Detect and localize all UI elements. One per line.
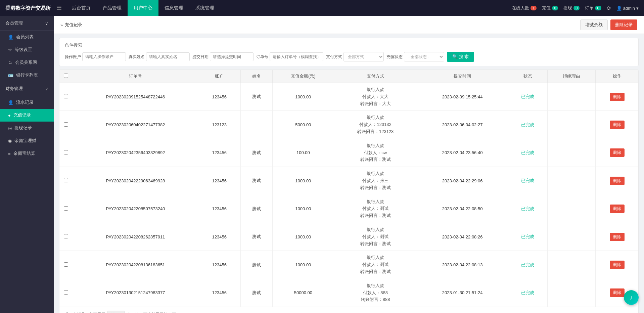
admin-user[interactable]: 👤 admin ▾: [616, 6, 639, 11]
delete-row-button[interactable]: 删除: [610, 233, 625, 241]
badge-withdraw[interactable]: 提现 0: [563, 5, 580, 11]
cell-orderno: PAY202302042208262857911: [73, 223, 198, 251]
cell-status: 已完成: [508, 279, 548, 307]
cell-time: 2023-02-09 15:25:44: [417, 83, 508, 111]
badge-recharge[interactable]: 充值 0: [542, 5, 558, 11]
col-name: 姓名: [241, 70, 273, 83]
recharge-label: 充值记录: [13, 112, 31, 118]
cell-action: 删除: [596, 223, 638, 251]
row-checkbox[interactable]: [64, 94, 68, 98]
breadcrumb: » 充值记录: [60, 22, 82, 28]
settle-icon: ≡: [8, 151, 11, 156]
cell-orderno: PAY202302042208507573240: [73, 195, 198, 223]
row-checkbox[interactable]: [64, 178, 68, 182]
cell-amount: 5000.00: [272, 111, 334, 139]
nav-item-users[interactable]: 用户中心: [128, 0, 158, 16]
col-account: 账户: [198, 70, 241, 83]
cell-amount: 1000.00: [272, 223, 334, 251]
flow-label: 流水记录: [16, 99, 34, 105]
table-row: PAY202302091525448722446 123456 测试 1000.…: [59, 83, 638, 111]
flow-icon: 👤: [8, 100, 13, 105]
main-content: » 充值记录 增减余额 删除记录 条件搜索 操作账户 真实姓名: [54, 16, 644, 313]
delete-record-button[interactable]: 删除记录: [610, 19, 637, 30]
page-size-select[interactable]: 10 20 50 100: [107, 311, 125, 313]
col-action: 操作: [596, 70, 638, 83]
sidebar-item-yuebao[interactable]: ◉ 余额宝理财: [0, 134, 54, 147]
nav-item-info[interactable]: 信息管理: [158, 0, 189, 16]
nav-item-products[interactable]: 产品管理: [97, 0, 128, 16]
col-status: 状态: [508, 70, 548, 83]
badge-order[interactable]: 订单 0: [585, 5, 601, 11]
sidebar-item-recharge-record[interactable]: ● 充值记录: [0, 109, 54, 122]
breadcrumb-arrow: »: [60, 23, 63, 28]
chat-icon: ♪: [630, 294, 633, 301]
cell-payment: 银行入款付款人：张三转账附言：测试: [334, 167, 417, 195]
delete-row-button[interactable]: 删除: [610, 288, 625, 297]
float-chat-button[interactable]: ♪: [624, 290, 639, 305]
delete-row-button[interactable]: 删除: [610, 121, 625, 129]
cell-reject: [548, 223, 596, 251]
row-checkbox[interactable]: [64, 150, 68, 154]
realname-input[interactable]: [146, 52, 190, 61]
cell-reject: [548, 167, 596, 195]
sidebar-item-bank-list[interactable]: 🪪 银行卡列表: [0, 69, 54, 82]
sidebar-item-yuebao-settle[interactable]: ≡ 余额宝结算: [0, 147, 54, 160]
search-icon: 🔍: [452, 54, 458, 59]
cell-reject: [548, 251, 596, 279]
search-button[interactable]: 🔍 搜 索: [447, 52, 474, 62]
delete-row-button[interactable]: 删除: [610, 148, 625, 157]
sidebar-group-member[interactable]: 会员管理 ∨: [0, 16, 54, 31]
cell-orderno: PAY202302060402271477382: [73, 111, 198, 139]
select-all-checkbox[interactable]: [64, 74, 68, 78]
cell-orderno: PAY202302042208136183651: [73, 251, 198, 279]
menu-toggle-icon[interactable]: ☰: [56, 4, 62, 12]
delete-row-button[interactable]: 删除: [610, 177, 625, 185]
withdraw-label: 提现记录: [14, 125, 32, 131]
table-row: PAY202302042208136183651 123456 测试 1000.…: [59, 251, 638, 279]
cell-time: 2023-02-04 22:29:06: [417, 167, 508, 195]
date-label: 提交日期: [192, 54, 209, 60]
row-checkbox[interactable]: [64, 262, 68, 267]
delete-row-button[interactable]: 删除: [610, 261, 625, 269]
cell-account: 123456: [198, 195, 241, 223]
sidebar-item-member-list[interactable]: 👤 会员列表: [0, 31, 54, 43]
row-checkbox[interactable]: [64, 122, 68, 127]
account-input[interactable]: [82, 52, 126, 61]
orderno-label: 订单号: [256, 54, 268, 60]
sidebar-item-withdraw-record[interactable]: ◎ 提现记录: [0, 122, 54, 134]
sidebar-item-flow-record[interactable]: 👤 流水记录: [0, 96, 54, 109]
date-input[interactable]: [210, 52, 254, 61]
status-select[interactable]: - 全部状态 -: [404, 52, 444, 61]
pagination-bar: 共 8 条记录，每页显示 10 20 50 100 条，共 1 页当前显示第 1…: [59, 307, 638, 313]
add-balance-button[interactable]: 增减余额: [580, 19, 608, 30]
delete-row-button[interactable]: 删除: [610, 205, 625, 213]
sidebar-item-level-setting[interactable]: ☆ 等级设置: [0, 43, 54, 56]
cell-amount: 100.00: [272, 139, 334, 167]
cell-name: [241, 111, 273, 139]
search-field-payment: 支付方式 全部方式: [326, 52, 384, 61]
cell-orderno: PAY202301302151247983377: [73, 279, 198, 307]
table-row: PAY202302042208507573240 123456 测试 1000.…: [59, 195, 638, 223]
col-amount: 充值金额(元): [272, 70, 334, 83]
sidebar-group-finance[interactable]: 财务管理 ∨: [0, 82, 54, 96]
row-checkbox[interactable]: [64, 234, 68, 238]
payment-select[interactable]: 全部方式: [343, 52, 384, 61]
cell-payment: 银行入款付款人：123132转账附言：123123: [334, 111, 417, 139]
refresh-icon[interactable]: ⟳: [607, 5, 611, 11]
cell-account: 123456: [198, 223, 241, 251]
sidebar-item-member-network[interactable]: 🗂 会员关系网: [0, 56, 54, 69]
pagination-total: 共 8 条记录，每页显示: [65, 312, 105, 313]
col-reject: 拒绝理由: [548, 70, 596, 83]
search-row: 操作账户 真实姓名 提交日期 订单号 支付方式: [65, 52, 633, 62]
nav-item-system[interactable]: 系统管理: [189, 0, 220, 16]
orderno-input[interactable]: [270, 52, 323, 61]
row-checkbox[interactable]: [64, 290, 68, 295]
online-count: 1: [531, 6, 537, 10]
cell-status: 已完成: [508, 167, 548, 195]
nav-item-home[interactable]: 后台首页: [66, 0, 97, 16]
nav-menu: 后台首页 产品管理 用户中心 信息管理 系统管理: [66, 0, 512, 16]
table-row: PAY202302042208262857911 123456 测试 1000.…: [59, 223, 638, 251]
status-label: 充值状态: [386, 54, 403, 60]
delete-row-button[interactable]: 删除: [610, 93, 625, 101]
row-checkbox[interactable]: [64, 206, 68, 211]
